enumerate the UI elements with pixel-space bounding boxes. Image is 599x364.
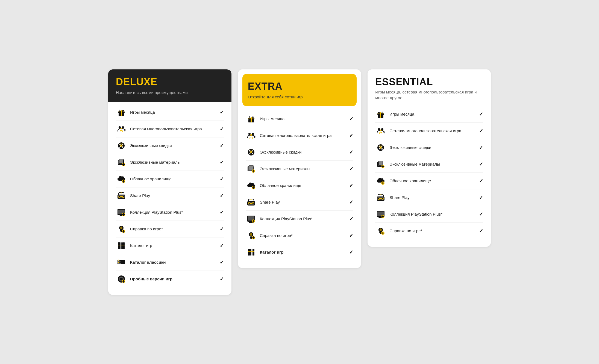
feature-text-extra-7: Справка по игре* [260,233,344,238]
svg-rect-16 [119,159,123,163]
feature-row-extra-2: Эксклюзивные скидки ✓ [246,144,354,161]
feature-icon-materials [116,157,127,168]
feature-text-deluxe-5: Share Play [130,193,214,198]
svg-point-86 [252,202,254,204]
feature-row-deluxe-10: Пробные версии игр ✓ [116,271,224,287]
feature-check-deluxe-10: ✓ [217,276,224,282]
feature-check-extra-3: ✓ [347,166,353,172]
svg-rect-136 [380,194,381,195]
feature-row-essential-1: Сетевая многопользовательская игра ✓ [375,123,483,139]
feature-icon-multiplayer [116,124,127,134]
feature-check-deluxe-3: ✓ [217,159,224,165]
feature-text-deluxe-8: Каталог игр [130,243,214,248]
svg-point-10 [122,146,124,148]
feature-row-essential-0: Игры месяца ✓ [375,106,483,123]
feature-icon-catalog [116,240,127,251]
feature-check-essential-0: ✓ [477,111,483,117]
feature-icon-discount [246,147,257,158]
feature-text-extra-6: Коллекция PlayStation Plus* [260,216,344,222]
feature-row-deluxe-5: Share Play ✓ [116,187,224,204]
feature-icon-gift [246,113,257,124]
feature-icon-trial [116,274,127,284]
svg-point-112 [378,128,380,130]
feature-text-essential-3: Эксклюзивные материалы [389,162,473,167]
svg-point-99 [250,233,252,236]
feature-check-deluxe-8: ✓ [217,243,224,249]
svg-rect-27 [120,196,122,197]
svg-rect-46 [123,242,125,249]
card-title-deluxe: DELUXE [116,77,224,87]
feature-row-deluxe-4: Облачное хранилище ✓ [116,171,224,187]
feature-row-deluxe-9: PA XO Каталог классики ✓ [116,254,224,271]
svg-rect-88 [250,199,252,200]
svg-rect-104 [250,249,251,256]
svg-text:XO: XO [118,262,121,264]
card-subtitle-deluxe: Насладитесь всеми преимуществами [116,90,224,95]
card-body-essential: Игры месяца ✓ Сетевая многопользовательс… [368,104,491,247]
feature-check-deluxe-5: ✓ [217,193,224,199]
feature-text-extra-5: Share Play [260,199,344,205]
feature-icon-collection [375,209,386,220]
feature-row-essential-7: Справка по игре* ✓ [375,223,483,239]
svg-point-114 [380,130,381,131]
feature-check-essential-3: ✓ [477,161,483,167]
feature-text-essential-6: Коллекция PlayStation Plus* [389,212,473,217]
feature-check-extra-6: ✓ [347,216,353,222]
feature-icon-collection [246,213,257,224]
feature-row-essential-5: Share Play ✓ [375,189,483,206]
svg-rect-103 [248,249,250,256]
feature-text-essential-2: Эксклюзивные скидки [389,145,473,150]
svg-point-39 [120,227,122,229]
feature-icon-share [246,197,257,208]
card-subtitle-extra: Откройте для себя сотни игр [248,94,351,100]
feature-text-deluxe-0: Игры месяца [130,110,214,115]
feature-row-extra-4: Облачное хранилище ✓ [246,177,354,194]
feature-icon-cloud [116,174,127,184]
feature-icon-catalog [246,247,257,258]
svg-rect-63 [248,118,254,119]
svg-rect-2 [121,110,122,116]
svg-point-4 [119,126,121,128]
svg-rect-62 [251,117,252,122]
svg-rect-110 [380,112,381,118]
feature-text-deluxe-7: Справка по игре* [130,226,214,232]
feature-text-extra-0: Игры месяца [260,116,344,122]
feature-icon-hint [375,225,386,236]
feature-row-deluxe-1: Сетевая многопользовательская игра ✓ [116,121,224,137]
feature-row-deluxe-7: Справка по игре* ✓ [116,221,224,237]
card-title-essential: ESSENTIAL [375,77,483,87]
feature-row-deluxe-6: Коллекция PlayStation Plus* ✓ [116,204,224,221]
svg-rect-105 [252,249,252,256]
feature-row-deluxe-2: Эксклюзивные скидки ✓ [116,137,224,154]
svg-point-66 [250,134,252,136]
card-header-extra: EXTRA Откройте для себя сотни игр [242,74,357,106]
card-subtitle-essential: Игры месяца, сетевая многопользовательск… [375,89,483,101]
feature-check-extra-0: ✓ [347,116,353,122]
svg-rect-76 [249,166,253,170]
feature-row-deluxe-3: Эксклюзивные материалы ✓ [116,154,224,171]
feature-check-essential-6: ✓ [477,211,483,217]
svg-rect-44 [121,242,122,249]
svg-point-5 [122,126,124,128]
feature-row-extra-8: Каталог игр ✓ [246,244,354,260]
feature-text-deluxe-3: Эксклюзивные материалы [130,160,214,165]
feature-text-deluxe-10: Пробные версии игр [130,276,214,282]
feature-icon-gift [116,107,127,118]
feature-icon-classics: PA XO [116,257,127,268]
feature-icon-materials [246,163,257,174]
feature-check-extra-8: ✓ [347,249,353,255]
feature-text-deluxe-2: Эксклюзивные скидки [130,143,214,148]
card-body-deluxe: Игры месяца ✓ Сетевая многопользовательс… [108,102,231,295]
feature-check-deluxe-0: ✓ [217,109,224,115]
feature-row-essential-2: Эксклюзивные скидки ✓ [375,139,483,156]
feature-check-extra-4: ✓ [347,183,353,189]
svg-point-6 [121,128,122,129]
feature-check-essential-1: ✓ [477,128,483,134]
svg-point-147 [380,228,382,231]
feature-row-extra-7: Справка по игре* ✓ [246,227,354,244]
feature-row-extra-6: Коллекция PlayStation Plus* ✓ [246,211,354,227]
feature-check-deluxe-7: ✓ [217,226,224,232]
feature-row-extra-3: Эксклюзивные материалы ✓ [246,161,354,177]
feature-text-deluxe-4: Облачное хранилище [130,176,214,182]
card-deluxe: DELUXE Насладитесь всеми преимуществами … [108,69,231,295]
